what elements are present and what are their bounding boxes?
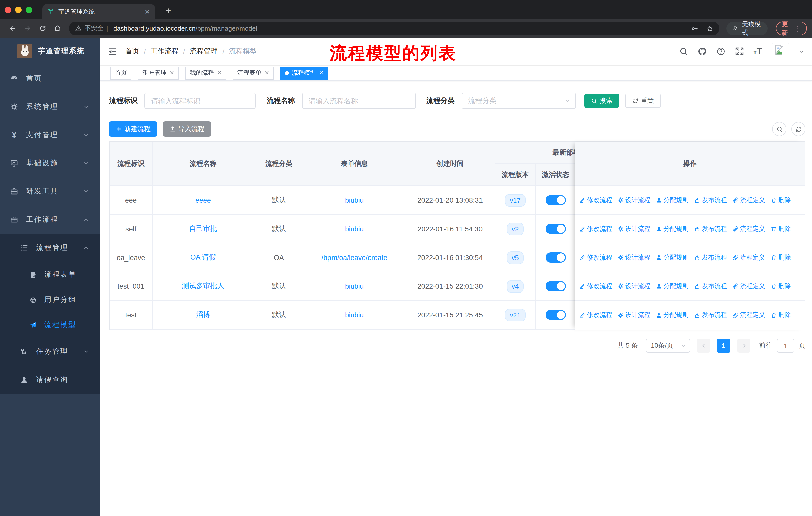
breadcrumb-process-mgmt[interactable]: 流程管理 xyxy=(190,47,218,56)
edit-process-link[interactable]: 修改流程 xyxy=(579,224,612,233)
assign-rule-link[interactable]: 分配规则 xyxy=(656,282,689,291)
design-process-link[interactable]: 设计流程 xyxy=(618,282,650,291)
home-icon[interactable] xyxy=(54,24,61,33)
model-name-link[interactable]: 测试多审批人 xyxy=(182,282,224,290)
sidebar-item-task-mgmt[interactable]: 任务管理 xyxy=(0,337,100,366)
process-definition-link[interactable]: 流程定义 xyxy=(732,224,765,233)
password-key-icon[interactable] xyxy=(691,25,698,32)
design-process-link[interactable]: 设计流程 xyxy=(618,311,650,320)
delete-link[interactable]: 删除 xyxy=(771,311,791,320)
help-icon[interactable] xyxy=(716,47,725,56)
avatar[interactable] xyxy=(772,43,789,60)
delete-link[interactable]: 删除 xyxy=(771,224,791,233)
next-page-button[interactable] xyxy=(737,338,750,353)
filter-name-input[interactable] xyxy=(302,93,416,109)
model-name-link[interactable]: 自己审批 xyxy=(189,224,217,232)
publish-process-link[interactable]: 发布流程 xyxy=(694,311,727,320)
breadcrumb-workflow[interactable]: 工作流程 xyxy=(150,47,179,56)
search-button[interactable]: 搜索 xyxy=(584,94,619,108)
publish-process-link[interactable]: 发布流程 xyxy=(694,282,727,291)
sidebar-item-process-model[interactable]: 流程模型 xyxy=(0,313,100,337)
sidebar-collapse-icon[interactable] xyxy=(108,47,117,56)
activation-toggle[interactable] xyxy=(546,281,566,291)
goto-page-input[interactable] xyxy=(777,338,794,353)
import-process-button[interactable]: 导入流程 xyxy=(163,121,211,137)
toggle-search-button[interactable] xyxy=(772,122,786,136)
back-icon[interactable] xyxy=(9,24,16,33)
process-definition-link[interactable]: 流程定义 xyxy=(732,253,765,262)
browser-tab[interactable]: 芋道管理系统 ✕ xyxy=(42,4,155,19)
address-bar[interactable]: 不安全 | dashboard.yudao.iocoder.cn/bpm/man… xyxy=(69,22,719,35)
tab-close-icon[interactable]: ✕ xyxy=(144,8,150,16)
edit-process-link[interactable]: 修改流程 xyxy=(579,253,612,262)
sidebar-item-leave-query[interactable]: 请假查询 xyxy=(0,366,100,394)
tag-home[interactable]: 首页 xyxy=(110,66,132,79)
sidebar-item-system[interactable]: 系统管理 xyxy=(0,93,100,121)
process-definition-link[interactable]: 流程定义 xyxy=(732,311,765,320)
assign-rule-link[interactable]: 分配规则 xyxy=(656,224,689,233)
bookmark-star-icon[interactable] xyxy=(706,25,713,32)
page-size-select[interactable]: 10条/页 xyxy=(646,338,690,353)
assign-rule-link[interactable]: 分配规则 xyxy=(656,196,689,204)
chrome-update-button[interactable]: 更新 ⋮ xyxy=(776,22,807,35)
publish-process-link[interactable]: 发布流程 xyxy=(694,224,727,233)
activation-toggle[interactable] xyxy=(546,310,566,320)
fullscreen-icon[interactable] xyxy=(735,47,744,56)
close-icon[interactable]: ✕ xyxy=(217,70,222,76)
search-icon[interactable] xyxy=(679,47,688,56)
process-definition-link[interactable]: 流程定义 xyxy=(732,196,765,204)
edit-process-link[interactable]: 修改流程 xyxy=(579,282,612,291)
prev-page-button[interactable] xyxy=(697,338,710,353)
tag-process-model[interactable]: 流程模型✕ xyxy=(280,66,328,79)
close-icon[interactable]: ✕ xyxy=(319,70,323,76)
activation-toggle[interactable] xyxy=(546,224,566,234)
window-minimize-button[interactable] xyxy=(15,6,22,13)
browser-menu-icon[interactable]: ⋮ xyxy=(794,24,802,32)
filter-key-input[interactable] xyxy=(144,93,256,109)
tag-my-process[interactable]: 我的流程✕ xyxy=(185,66,226,79)
assign-rule-link[interactable]: 分配规则 xyxy=(656,253,689,262)
refresh-table-button[interactable] xyxy=(791,122,806,136)
new-tab-button[interactable]: ＋ xyxy=(164,4,173,16)
sidebar-item-devtools[interactable]: 研发工具 xyxy=(0,178,100,206)
model-name-link[interactable]: eeee xyxy=(195,196,211,204)
github-icon[interactable] xyxy=(697,47,706,56)
form-info-link[interactable]: biubiu xyxy=(345,311,364,319)
breadcrumb-home[interactable]: 首页 xyxy=(125,47,140,56)
assign-rule-link[interactable]: 分配规则 xyxy=(656,311,689,320)
design-process-link[interactable]: 设计流程 xyxy=(618,196,650,204)
page-1-button[interactable]: 1 xyxy=(717,338,730,353)
activation-toggle[interactable] xyxy=(546,252,566,263)
process-definition-link[interactable]: 流程定义 xyxy=(732,282,765,291)
model-name-link[interactable]: 滔博 xyxy=(196,310,210,319)
sidebar-item-payment[interactable]: ¥ 支付管理 xyxy=(0,121,100,149)
sidebar-item-process-form[interactable]: 流程表单 xyxy=(0,262,100,287)
edit-process-link[interactable]: 修改流程 xyxy=(579,311,612,320)
sidebar-item-home[interactable]: 首页 xyxy=(0,64,100,93)
model-name-link[interactable]: OA 请假 xyxy=(190,253,216,261)
close-icon[interactable]: ✕ xyxy=(170,70,174,76)
design-process-link[interactable]: 设计流程 xyxy=(618,224,650,233)
edit-process-link[interactable]: 修改流程 xyxy=(579,196,612,204)
window-zoom-button[interactable] xyxy=(26,6,32,13)
form-info-link[interactable]: biubiu xyxy=(345,196,364,204)
sidebar-item-user-group[interactable]: 用户分组 xyxy=(0,287,100,313)
sidebar-item-workflow[interactable]: 工作流程 xyxy=(0,206,100,234)
design-process-link[interactable]: 设计流程 xyxy=(618,253,650,262)
publish-process-link[interactable]: 发布流程 xyxy=(694,253,727,262)
form-info-link[interactable]: biubiu xyxy=(345,225,364,233)
close-icon[interactable]: ✕ xyxy=(265,70,269,76)
delete-link[interactable]: 删除 xyxy=(771,253,791,262)
avatar-dropdown-caret-icon[interactable] xyxy=(799,49,805,54)
reset-button[interactable]: 重置 xyxy=(625,94,661,108)
delete-link[interactable]: 删除 xyxy=(771,196,791,204)
reload-icon[interactable] xyxy=(39,24,46,33)
sidebar-item-process-mgmt[interactable]: 流程管理 xyxy=(0,234,100,262)
font-size-icon[interactable]: тT xyxy=(753,46,762,57)
window-close-button[interactable] xyxy=(4,6,11,13)
tag-tenant[interactable]: 租户管理✕ xyxy=(138,66,179,79)
form-info-link[interactable]: biubiu xyxy=(345,282,364,290)
delete-link[interactable]: 删除 xyxy=(771,282,791,291)
forward-icon[interactable] xyxy=(24,24,31,33)
filter-category-select[interactable]: 流程分类 xyxy=(462,93,576,109)
